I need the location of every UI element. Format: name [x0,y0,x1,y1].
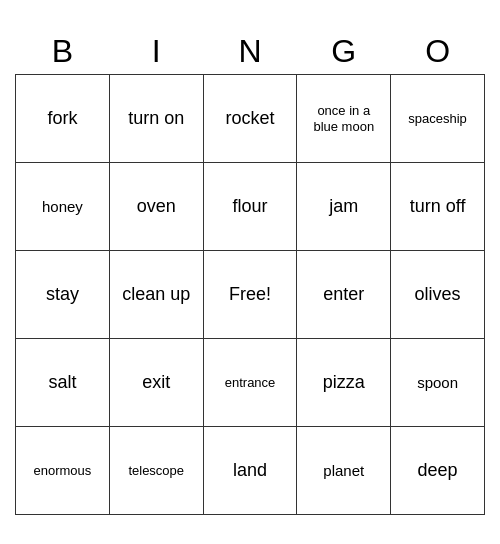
bingo-header: BINGO [16,29,485,75]
bingo-cell-r0-c2: rocket [203,75,297,163]
bingo-cell-r3-c3: pizza [297,339,391,427]
bingo-cell-r4-c2: land [203,427,297,515]
bingo-cell-r2-c4: olives [391,251,485,339]
bingo-cell-r3-c4: spoon [391,339,485,427]
bingo-cell-r1-c4: turn off [391,163,485,251]
bingo-cell-r2-c2: Free! [203,251,297,339]
bingo-letter-g: G [297,29,391,75]
bingo-letter-b: B [16,29,110,75]
bingo-cell-r4-c4: deep [391,427,485,515]
bingo-row-0: forkturn onrocketonce in a blue moonspac… [16,75,485,163]
bingo-letter-n: N [203,29,297,75]
bingo-card: BINGO forkturn onrocketonce in a blue mo… [15,29,485,515]
bingo-cell-r3-c2: entrance [203,339,297,427]
bingo-cell-r4-c0: enormous [16,427,110,515]
bingo-cell-r0-c1: turn on [109,75,203,163]
bingo-row-2: stayclean upFree!enterolives [16,251,485,339]
bingo-cell-r2-c0: stay [16,251,110,339]
bingo-row-3: saltexitentrancepizzaspoon [16,339,485,427]
bingo-cell-r4-c3: planet [297,427,391,515]
bingo-row-1: honeyovenflourjamturn off [16,163,485,251]
bingo-cell-r4-c1: telescope [109,427,203,515]
bingo-cell-r0-c3: once in a blue moon [297,75,391,163]
bingo-cell-r3-c1: exit [109,339,203,427]
bingo-cell-r1-c2: flour [203,163,297,251]
bingo-cell-r1-c1: oven [109,163,203,251]
bingo-row-4: enormoustelescopelandplanetdeep [16,427,485,515]
bingo-letter-i: I [109,29,203,75]
bingo-cell-r3-c0: salt [16,339,110,427]
bingo-cell-r2-c1: clean up [109,251,203,339]
bingo-cell-r0-c0: fork [16,75,110,163]
bingo-letter-o: O [391,29,485,75]
bingo-cell-r0-c4: spaceship [391,75,485,163]
bingo-cell-r1-c3: jam [297,163,391,251]
bingo-cell-r2-c3: enter [297,251,391,339]
bingo-cell-r1-c0: honey [16,163,110,251]
